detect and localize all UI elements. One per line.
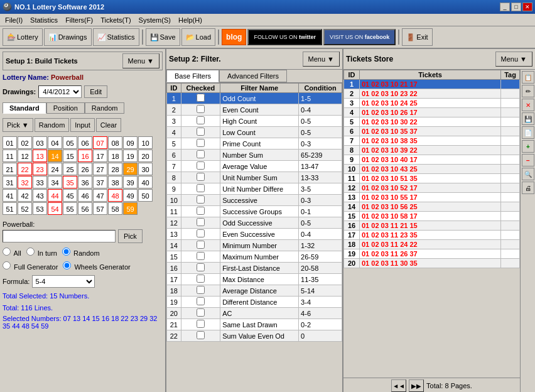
ticket-row[interactable]: 16 01 02 03 11 21 15 xyxy=(344,221,520,231)
num-47[interactable]: 47 xyxy=(93,189,107,202)
num-27[interactable]: 27 xyxy=(93,163,107,175)
num-22[interactable]: 22 xyxy=(18,163,32,175)
num-46[interactable]: 46 xyxy=(78,189,92,202)
filter-row[interactable]: 5 Prime Count 0-3 xyxy=(167,138,342,150)
num-19[interactable]: 19 xyxy=(123,150,138,162)
filter-row[interactable]: 10 Successive 0-3 xyxy=(167,195,342,206)
facebook-button[interactable]: VISIT US ON facebook xyxy=(323,29,396,45)
num-21[interactable]: 21 xyxy=(3,163,17,175)
input-button[interactable]: Input xyxy=(70,118,94,132)
num-05[interactable]: 05 xyxy=(63,136,77,149)
num-49[interactable]: 49 xyxy=(123,189,138,202)
sidebar-add-icon[interactable]: + xyxy=(522,140,534,153)
num-52[interactable]: 52 xyxy=(18,202,32,215)
sidebar-paste-icon[interactable]: 📄 xyxy=(522,126,534,139)
sidebar-edit-icon[interactable]: ✏ xyxy=(522,85,534,97)
num-10[interactable]: 10 xyxy=(138,136,153,149)
num-41[interactable]: 41 xyxy=(3,189,17,202)
ticket-row[interactable]: 6 01 02 03 10 35 37 xyxy=(344,127,520,136)
radio-in-turn[interactable]: In turn xyxy=(26,248,57,257)
num-15[interactable]: 15 xyxy=(63,150,77,162)
blog-button[interactable]: blog xyxy=(222,29,246,45)
ticket-row[interactable]: 15 01 02 03 10 58 17 xyxy=(344,212,520,221)
formula-select[interactable]: 5-4 xyxy=(32,275,95,288)
filter-row[interactable]: 2 Even Count 0-4 xyxy=(167,104,342,116)
filter-row[interactable]: 1 Odd Count 1-5 xyxy=(167,93,342,104)
ticket-row[interactable]: 2 01 02 03 10 23 22 xyxy=(344,89,520,99)
num-31[interactable]: 31 xyxy=(3,176,17,188)
num-56[interactable]: 56 xyxy=(78,202,92,215)
num-12[interactable]: 12 xyxy=(18,150,32,162)
right-panel-menu[interactable]: Menu ▼ xyxy=(495,52,532,67)
num-29[interactable]: 29 xyxy=(123,163,138,175)
num-23[interactable]: 23 xyxy=(33,163,47,175)
radio-full-gen[interactable]: Full Generator xyxy=(3,261,58,271)
filter-row[interactable]: 3 High Count 0-5 xyxy=(167,116,342,127)
num-06[interactable]: 06 xyxy=(78,136,92,149)
filter-row[interactable]: 6 Number Sum 65-239 xyxy=(167,150,342,161)
num-36[interactable]: 36 xyxy=(78,176,92,188)
prev-page-button[interactable]: ◄◄ xyxy=(391,379,406,392)
num-24[interactable]: 24 xyxy=(48,163,62,175)
num-02[interactable]: 02 xyxy=(18,136,32,149)
num-20[interactable]: 20 xyxy=(138,150,153,162)
num-44[interactable]: 44 xyxy=(48,189,62,202)
load-button[interactable]: 📂 Load xyxy=(181,28,215,46)
maximize-button[interactable]: □ xyxy=(511,3,521,11)
tickets-table[interactable]: ID Tickets Tag 1 01 02 03 10 21 17 2 01 … xyxy=(343,70,520,378)
save-button[interactable]: 💾 Save xyxy=(146,28,180,46)
num-57[interactable]: 57 xyxy=(93,202,107,215)
num-37[interactable]: 37 xyxy=(93,176,107,188)
filter-row[interactable]: 15 Maximum Number 26-59 xyxy=(167,251,342,263)
ticket-row[interactable]: 7 01 02 03 10 38 35 xyxy=(344,136,520,146)
edit-button[interactable]: Edit xyxy=(84,85,107,98)
tab-base-filters[interactable]: Base Filters xyxy=(166,70,219,82)
num-53[interactable]: 53 xyxy=(33,202,47,215)
ticket-row[interactable]: 9 01 02 03 10 40 17 xyxy=(344,155,520,165)
menu-file[interactable]: File(I) xyxy=(1,15,26,25)
filter-row[interactable]: 13 Even Successive 0-4 xyxy=(167,229,342,240)
num-11[interactable]: 11 xyxy=(3,150,17,162)
num-51[interactable]: 51 xyxy=(3,202,17,215)
filter-row[interactable]: 20 AC 4-6 xyxy=(167,308,342,319)
menu-help[interactable]: Help(H) xyxy=(175,15,206,25)
close-button[interactable]: ✕ xyxy=(522,3,532,11)
num-25[interactable]: 25 xyxy=(63,163,77,175)
filter-row[interactable]: 12 Odd Successive 0-5 xyxy=(167,217,342,229)
ticket-row[interactable]: 14 01 02 03 10 56 25 xyxy=(344,202,520,212)
num-33[interactable]: 33 xyxy=(33,176,47,188)
num-28[interactable]: 28 xyxy=(108,163,122,175)
num-18[interactable]: 18 xyxy=(108,150,122,162)
ticket-row[interactable]: 13 01 02 03 10 55 17 xyxy=(344,193,520,202)
num-59[interactable]: 59 xyxy=(123,202,138,215)
radio-wheels-gen[interactable]: Wheels Generator xyxy=(63,261,130,271)
sidebar-search-icon[interactable]: 🔍 xyxy=(522,168,534,180)
filter-row[interactable]: 9 Unit Number Differe 3-5 xyxy=(167,183,342,195)
ticket-row[interactable]: 10 01 02 03 10 43 25 xyxy=(344,165,520,174)
num-13[interactable]: 13 xyxy=(33,150,47,162)
num-07[interactable]: 07 xyxy=(93,136,107,149)
filter-row[interactable]: 11 Successive Groups 0-1 xyxy=(167,206,342,217)
ticket-row[interactable]: 11 01 02 03 10 51 35 xyxy=(344,174,520,183)
tab-position[interactable]: Position xyxy=(46,102,85,114)
num-43[interactable]: 43 xyxy=(33,189,47,202)
tab-advanced-filters[interactable]: Advanced Filters xyxy=(219,70,287,82)
tab-standard[interactable]: Standard xyxy=(3,102,46,114)
filter-row[interactable]: 17 Max Distance 11-35 xyxy=(167,274,342,285)
radio-all[interactable]: All xyxy=(3,248,21,257)
num-55[interactable]: 55 xyxy=(63,202,77,215)
lottery-button[interactable]: 🎰 Lottery xyxy=(3,28,43,46)
ticket-row[interactable]: 12 01 02 03 10 52 17 xyxy=(344,183,520,193)
filter-row[interactable]: 19 Different Distance 3-4 xyxy=(167,297,342,308)
num-17[interactable]: 17 xyxy=(93,150,107,162)
num-04[interactable]: 04 xyxy=(48,136,62,149)
mid-panel-menu[interactable]: Menu ▼ xyxy=(303,52,340,67)
minimize-button[interactable]: _ xyxy=(500,3,510,11)
pick-button[interactable]: Pick ▼ xyxy=(3,118,33,132)
random-button[interactable]: Random xyxy=(35,118,70,132)
num-08[interactable]: 08 xyxy=(108,136,122,149)
drawings-select[interactable]: 4/4/2012 xyxy=(38,85,82,98)
num-50[interactable]: 50 xyxy=(138,189,153,202)
powerball-pick-button[interactable]: Pick xyxy=(118,229,143,243)
filter-row[interactable]: 22 Sum Value Even Od 0 xyxy=(167,330,342,342)
